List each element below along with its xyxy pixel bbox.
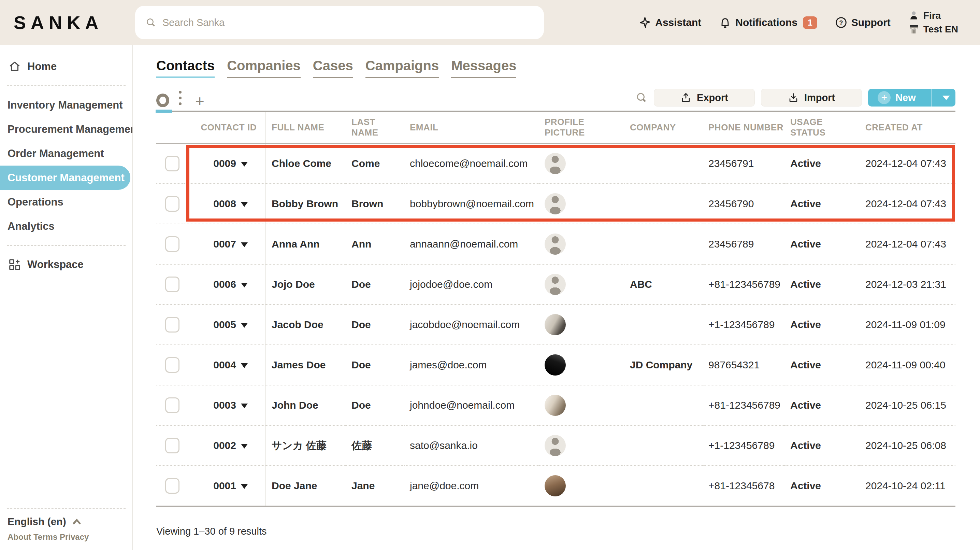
topbar-actions: Assistant Notifications 1 ? Support Fira… [639,10,958,35]
contact-id[interactable]: 0006 [213,279,236,290]
notifications-button[interactable]: Notifications 1 [719,16,817,29]
contact-id[interactable]: 0009 [213,158,236,169]
column-phone-number[interactable]: PHONE NUMBER [703,112,785,143]
new-dropdown-button[interactable] [937,89,955,107]
column-last-name[interactable]: LAST NAME [346,112,404,143]
row-dropdown-icon[interactable] [241,242,248,247]
sidebar-item-inventory-management[interactable]: Inventory Management [0,93,132,117]
full-name[interactable]: Doe Jane [266,466,346,506]
add-view-icon[interactable]: + [195,94,204,108]
row-dropdown-icon[interactable] [241,202,248,207]
profile-picture [545,153,566,174]
topbar: SANKA Assistant Notifications 1 ? Suppor… [0,0,980,45]
new-plus-icon: + [878,91,891,104]
header-row: CONTACT ID FULL NAME LAST NAME EMAIL PRO… [156,112,955,143]
user-menu[interactable]: Fira Test EN [908,10,958,35]
row-dropdown-icon[interactable] [241,363,248,368]
full-name[interactable]: Chloe Come [266,143,346,184]
created-at: 2024-10-25 06:08 [860,426,955,466]
column-profile-picture[interactable]: PROFILE PICTURE [539,112,624,143]
contact-id[interactable]: 0002 [213,440,236,451]
view-tab[interactable] [156,94,169,111]
legal-links[interactable]: About Terms Privacy [0,532,132,542]
tab-cases[interactable]: Cases [313,57,353,78]
row-checkbox[interactable] [165,317,180,333]
workspace-grid-icon [8,258,21,271]
tab-messages[interactable]: Messages [451,57,516,78]
usage-status: Active [785,385,860,426]
sidebar-item-order-management[interactable]: Order Management [0,141,132,166]
full-name[interactable]: Bobby Brown [266,184,346,224]
row-checkbox[interactable] [165,438,180,453]
row-dropdown-icon[interactable] [241,403,248,408]
row-checkbox[interactable] [165,236,180,252]
export-button[interactable]: Export [654,89,755,107]
last-name: Brown [346,184,404,224]
profile-picture [545,354,566,376]
row-dropdown-icon[interactable] [241,484,248,489]
bell-icon [719,16,731,29]
created-at: 2024-11-09 01:09 [860,304,955,345]
usage-status: Active [785,143,860,184]
sidebar-item-procurement-management[interactable]: Procurement Management [0,117,132,141]
column-email[interactable]: EMAIL [404,112,539,143]
table-row: 0009 Chloe Come Come chloecome@noemail.c… [156,143,955,184]
full-name[interactable]: Anna Ann [266,224,346,264]
column-contact-id[interactable]: CONTACT ID [184,112,266,143]
row-dropdown-icon[interactable] [241,162,248,167]
more-options-icon[interactable] [179,91,181,105]
email: chloecome@noemail.com [404,143,539,184]
email: sato@sanka.io [404,426,539,466]
contact-id[interactable]: 0004 [213,359,236,370]
user-avatar-icon [908,10,919,21]
sidebar-item-operations[interactable]: Operations [0,190,132,214]
column-full-name[interactable]: FULL NAME [266,112,346,143]
company [624,466,703,506]
contact-id[interactable]: 0007 [213,238,236,250]
table-row: 0007 Anna Ann Ann annaann@noemail.com 23… [156,224,955,264]
row-checkbox[interactable] [165,397,180,413]
support-button[interactable]: ? Support [835,16,891,29]
new-button[interactable]: + New [868,89,955,107]
language-selector[interactable]: English (en) [0,516,132,528]
sidebar-item-home[interactable]: Home [0,55,132,78]
full-name[interactable]: John Doe [266,385,346,426]
sidebar-item-customer-management[interactable]: Customer Management [0,166,130,190]
import-button[interactable]: Import [761,89,862,107]
created-at: 2024-10-24 02:11 [860,466,955,506]
row-dropdown-icon[interactable] [241,323,248,328]
global-search[interactable] [135,6,544,39]
table-search-icon[interactable] [635,91,648,104]
contact-id[interactable]: 0005 [213,319,236,330]
sidebar-item-analytics[interactable]: Analytics [0,214,132,238]
object-tabs: Contacts Companies Cases Campaigns Messa… [156,57,955,78]
tab-contacts[interactable]: Contacts [156,57,215,78]
full-name[interactable]: Jojo Doe [266,264,346,304]
usage-status: Active [785,426,860,466]
tab-campaigns[interactable]: Campaigns [366,57,439,78]
usage-status: Active [785,224,860,264]
sidebar-item-workspace[interactable]: Workspace [0,253,132,277]
table-row: 0003 John Doe Doe johndoe@noemail.com +8… [156,385,955,426]
row-checkbox[interactable] [165,196,180,212]
assistant-button[interactable]: Assistant [639,16,701,29]
column-company[interactable]: COMPANY [624,112,703,143]
row-checkbox[interactable] [165,357,180,373]
row-dropdown-icon[interactable] [241,283,248,287]
tab-companies[interactable]: Companies [227,57,301,78]
search-input[interactable] [162,17,534,28]
row-checkbox[interactable] [165,478,180,494]
contact-id[interactable]: 0003 [213,399,236,411]
row-dropdown-icon[interactable] [241,444,248,449]
full-name[interactable]: サンカ 佐藤 [266,426,346,466]
profile-picture [545,193,566,214]
row-checkbox[interactable] [165,156,180,171]
contact-id[interactable]: 0008 [213,198,236,209]
full-name[interactable]: James Doe [266,345,346,385]
column-created-at[interactable]: CREATED AT [860,112,955,143]
home-icon [8,60,21,73]
row-checkbox[interactable] [165,277,180,292]
contact-id[interactable]: 0001 [213,480,236,491]
full-name[interactable]: Jacob Doe [266,304,346,345]
column-usage-status[interactable]: USAGE STATUS [785,112,860,143]
